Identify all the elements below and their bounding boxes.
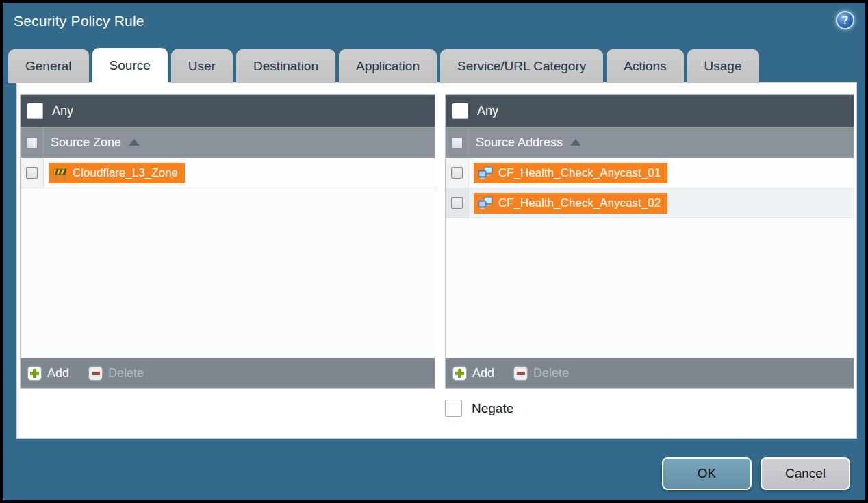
row-checkbox[interactable] — [451, 197, 463, 209]
help-icon[interactable]: ? — [836, 11, 854, 29]
add-button[interactable]: Add — [47, 366, 69, 381]
table-row: Cloudflare_L3_Zone — [21, 158, 435, 188]
delete-button[interactable]: Delete — [108, 366, 144, 381]
zone-icon — [53, 167, 67, 179]
tab-destination[interactable]: Destination — [236, 49, 335, 83]
ok-button[interactable]: OK — [662, 457, 752, 490]
dialog-frame: Security Policy Rule ? General Source Us… — [3, 3, 865, 500]
tab-service-url-category[interactable]: Service/URL Category — [440, 49, 603, 83]
tab-actions[interactable]: Actions — [607, 49, 683, 83]
address-icon — [478, 196, 493, 210]
source-zone-select-all-checkbox[interactable] — [26, 137, 38, 149]
table-row: CF_Health_Check_Anycast_01 — [446, 158, 854, 188]
source-zone-list: Cloudflare_L3_Zone — [21, 158, 435, 358]
add-button[interactable]: Add — [472, 366, 494, 381]
table-row: CF_Health_Check_Anycast_02 — [446, 188, 854, 218]
add-icon[interactable] — [452, 366, 467, 381]
source-address-column-header[interactable]: Source Address — [446, 127, 854, 158]
source-address-any-label: Any — [477, 104, 498, 118]
row-checkbox[interactable] — [451, 167, 463, 179]
source-zone-footer: Add Delete — [21, 358, 435, 388]
tab-bar: General Source User Destination Applicat… — [8, 48, 759, 83]
tab-source[interactable]: Source — [92, 48, 168, 83]
source-zone-any-label: Any — [52, 104, 73, 118]
zone-entry-chip[interactable]: Cloudflare_L3_Zone — [49, 163, 185, 183]
tab-application[interactable]: Application — [339, 49, 437, 83]
source-address-any-checkbox[interactable] — [452, 103, 468, 119]
source-address-panel: Any Source Address — [445, 94, 854, 389]
security-policy-rule-dialog: Security Policy Rule ? General Source Us… — [0, 0, 868, 503]
source-zone-column-label: Source Zone — [51, 136, 121, 150]
delete-icon[interactable] — [88, 366, 103, 381]
source-address-select-all-checkbox[interactable] — [451, 137, 463, 149]
address-entry-chip[interactable]: CF_Health_Check_Anycast_02 — [474, 193, 667, 214]
tab-general[interactable]: General — [8, 49, 89, 83]
sort-ascending-icon — [129, 139, 140, 146]
source-zone-panel: Any Source Zone — [20, 94, 435, 389]
negate-row: Negate — [445, 400, 513, 417]
negate-label: Negate — [472, 401, 513, 416]
source-address-footer: Add Delete — [446, 358, 854, 388]
source-address-list: CF_Health_Check_Anycast_01 — [446, 158, 854, 358]
source-zone-column-header[interactable]: Source Zone — [21, 127, 435, 158]
source-zone-any-bar: Any — [21, 95, 435, 127]
negate-checkbox[interactable] — [445, 400, 462, 417]
source-zone-any-checkbox[interactable] — [27, 103, 43, 119]
dialog-title: Security Policy Rule — [14, 13, 144, 29]
tab-usage[interactable]: Usage — [687, 49, 759, 83]
row-checkbox[interactable] — [26, 167, 38, 179]
delete-button[interactable]: Delete — [533, 366, 569, 381]
address-entry-chip[interactable]: CF_Health_Check_Anycast_01 — [474, 163, 667, 183]
sort-ascending-icon — [570, 139, 581, 146]
zone-entry-name: Cloudflare_L3_Zone — [73, 166, 178, 180]
address-entry-name: CF_Health_Check_Anycast_01 — [498, 166, 661, 180]
tab-user[interactable]: User — [171, 49, 233, 83]
cancel-button[interactable]: Cancel — [761, 457, 850, 490]
source-address-any-bar: Any — [446, 95, 854, 127]
add-icon[interactable] — [27, 366, 42, 381]
delete-icon[interactable] — [513, 366, 528, 381]
address-icon — [478, 166, 493, 180]
address-entry-name: CF_Health_Check_Anycast_02 — [498, 196, 661, 210]
source-address-column-label: Source Address — [476, 136, 563, 150]
